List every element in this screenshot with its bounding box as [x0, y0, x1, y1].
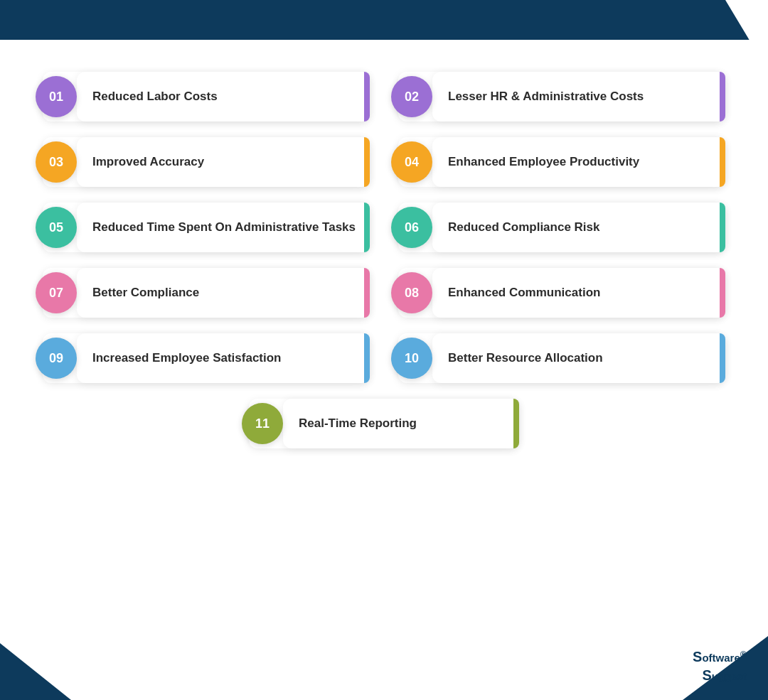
- center-row: 11 Real-Time Reporting: [43, 399, 725, 448]
- badge-04: 04: [391, 141, 432, 183]
- card-body-08: Enhanced Communication: [432, 268, 725, 318]
- badge-02: 02: [391, 76, 432, 117]
- card-text-10: Better Resource Allocation: [448, 350, 603, 367]
- benefits-grid: 01 Reduced Labor Costs 02 Lesser HR & Ad…: [43, 72, 725, 383]
- benefit-card-01: 01 Reduced Labor Costs: [43, 72, 370, 122]
- benefit-card-09: 09 Increased Employee Satisfaction: [43, 333, 370, 383]
- card-text-08: Enhanced Communication: [448, 285, 600, 301]
- header: [0, 0, 768, 40]
- corner-decoration-left: [0, 643, 71, 700]
- badge-11: 11: [242, 403, 283, 444]
- benefit-card-03: 03 Improved Accuracy: [43, 137, 370, 187]
- benefit-card-02: 02 Lesser HR & Administrative Costs: [398, 72, 725, 122]
- benefit-card-11: 11 Real-Time Reporting: [249, 399, 519, 448]
- watermark: Software®Suggest: [693, 647, 747, 684]
- badge-06: 06: [391, 207, 432, 248]
- card-text-04: Enhanced Employee Productivity: [448, 154, 639, 171]
- card-body-03: Improved Accuracy: [77, 137, 370, 187]
- card-text-03: Improved Accuracy: [92, 154, 204, 171]
- card-body-06: Reduced Compliance Risk: [432, 203, 725, 252]
- badge-08: 08: [391, 272, 432, 313]
- benefit-card-10: 10 Better Resource Allocation: [398, 333, 725, 383]
- badge-03: 03: [36, 141, 77, 183]
- card-text-06: Reduced Compliance Risk: [448, 220, 600, 236]
- card-body-07: Better Compliance: [77, 268, 370, 318]
- benefit-card-05: 05 Reduced Time Spent On Administrative …: [43, 203, 370, 252]
- card-text-02: Lesser HR & Administrative Costs: [448, 89, 644, 105]
- card-text-11: Real-Time Reporting: [299, 416, 417, 432]
- benefit-card-08: 08 Enhanced Communication: [398, 268, 725, 318]
- content-area: 01 Reduced Labor Costs 02 Lesser HR & Ad…: [0, 40, 768, 470]
- badge-01: 01: [36, 76, 77, 117]
- card-body-11: Real-Time Reporting: [283, 399, 519, 448]
- benefit-card-07: 07 Better Compliance: [43, 268, 370, 318]
- badge-05: 05: [36, 207, 77, 248]
- badge-07: 07: [36, 272, 77, 313]
- card-body-09: Increased Employee Satisfaction: [77, 333, 370, 383]
- card-text-05: Reduced Time Spent On Administrative Tas…: [92, 220, 356, 236]
- benefit-card-04: 04 Enhanced Employee Productivity: [398, 137, 725, 187]
- card-text-09: Increased Employee Satisfaction: [92, 350, 282, 367]
- card-body-04: Enhanced Employee Productivity: [432, 137, 725, 187]
- watermark-text: Software®Suggest: [693, 647, 747, 684]
- card-body-02: Lesser HR & Administrative Costs: [432, 72, 725, 122]
- card-body-01: Reduced Labor Costs: [77, 72, 370, 122]
- card-text-07: Better Compliance: [92, 285, 199, 301]
- card-body-10: Better Resource Allocation: [432, 333, 725, 383]
- badge-09: 09: [36, 338, 77, 379]
- badge-10: 10: [391, 338, 432, 379]
- card-text-01: Reduced Labor Costs: [92, 89, 218, 105]
- card-body-05: Reduced Time Spent On Administrative Tas…: [77, 203, 370, 252]
- benefit-card-06: 06 Reduced Compliance Risk: [398, 203, 725, 252]
